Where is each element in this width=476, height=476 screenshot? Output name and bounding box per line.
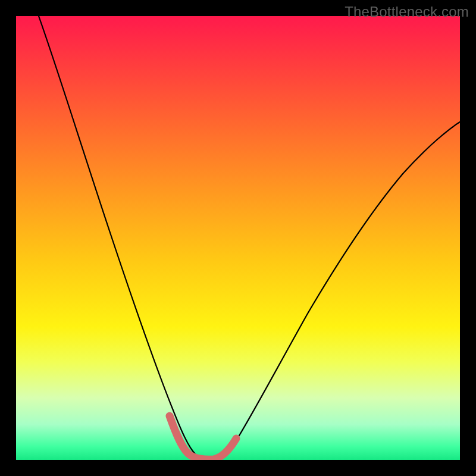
watermark-text: TheBottleneck.com <box>345 4 469 20</box>
curve-layer <box>16 16 460 460</box>
highlight-segment <box>170 416 236 459</box>
plot-area <box>16 16 460 460</box>
chart-frame: TheBottleneck.com <box>0 0 476 476</box>
main-curve <box>39 16 460 459</box>
